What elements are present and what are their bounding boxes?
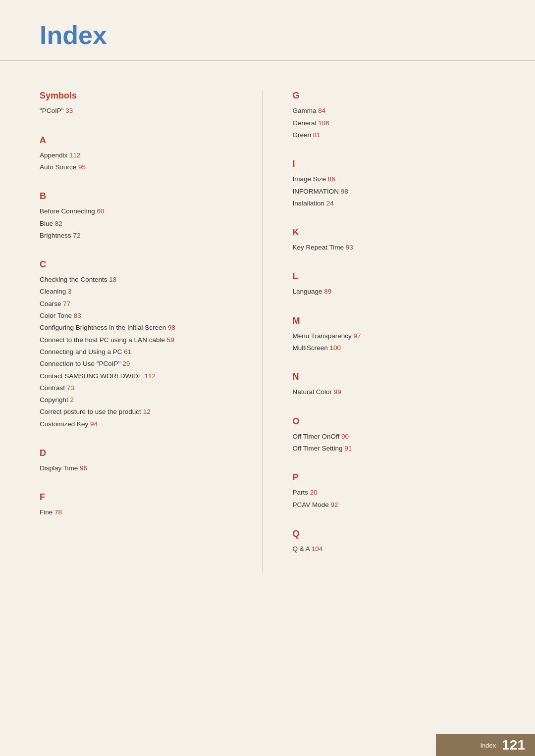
page-num: 24	[326, 200, 334, 207]
footer-bar: Index 121	[436, 734, 535, 756]
index-item: Key Repeat Time 93	[293, 242, 496, 253]
index-section: LLanguage 89	[293, 271, 496, 298]
index-item: Natural Color 99	[293, 386, 496, 398]
page-num: 91	[344, 445, 352, 452]
page-num: 94	[90, 420, 98, 428]
section-letter: C	[40, 259, 243, 270]
index-item: Before Connecting 60	[40, 205, 243, 217]
header-section: Index	[0, 0, 535, 61]
index-item: Gamma 84	[293, 105, 496, 117]
index-section: Symbols"PCoIP" 33	[40, 91, 243, 117]
left-column: Symbols"PCoIP" 33AAppendix 112Auto Sourc…	[40, 91, 263, 573]
section-letter: D	[40, 448, 243, 458]
index-item: Appendix 112	[40, 150, 243, 161]
index-item: Blue 82	[40, 218, 243, 230]
index-item: Image Size 86	[293, 173, 496, 185]
right-column: GGamma 84General 106Green 81IImage Size …	[283, 91, 496, 573]
index-item: Q & A 104	[293, 543, 496, 555]
section-letter: N	[293, 372, 496, 382]
section-letter: F	[40, 492, 243, 503]
index-item: Contrast 73	[40, 382, 243, 394]
index-section: MMenu Transparency 97MultiScreen 100	[293, 316, 496, 354]
page-num: 99	[334, 388, 341, 396]
page-num: 92	[331, 501, 338, 508]
index-item: Copyright 2	[40, 394, 243, 406]
index-item: Parts 20	[293, 487, 496, 499]
index-section: KKey Repeat Time 93	[293, 227, 496, 253]
section-letter: G	[293, 91, 496, 101]
index-item: Connect to the host PC using a LAN cable…	[40, 334, 243, 346]
index-section: IImage Size 86INFORMATION 98Installation…	[293, 159, 496, 209]
page-num: 61	[124, 348, 131, 355]
index-item: INFORMATION 98	[293, 186, 496, 198]
page-num: 60	[97, 207, 105, 215]
index-item: PCAV Mode 92	[293, 499, 496, 511]
index-section: DDisplay Time 96	[40, 448, 243, 474]
index-item: Language 89	[293, 286, 496, 298]
index-item: Display Time 96	[40, 462, 243, 474]
index-section: PParts 20PCAV Mode 92	[293, 472, 496, 511]
section-letter: K	[293, 227, 496, 238]
index-item: Customized Key 94	[40, 418, 243, 430]
section-letter: B	[40, 191, 243, 202]
section-letter: Q	[293, 529, 496, 539]
section-letter: O	[293, 416, 496, 427]
page-num: 98	[341, 188, 348, 195]
index-section: BBefore Connecting 60Blue 82Brightness 7…	[40, 191, 243, 242]
page-num: 59	[167, 336, 174, 344]
page-num: 89	[324, 288, 331, 295]
index-item: Checking the Contents 18	[40, 274, 243, 286]
index-item: Cleaning 3	[40, 286, 243, 298]
content-area: Symbols"PCoIP" 33AAppendix 112Auto Sourc…	[0, 61, 535, 612]
page-num: 20	[310, 489, 318, 496]
index-item: MultiScreen 100	[293, 342, 496, 354]
index-section: GGamma 84General 106Green 81	[293, 91, 496, 141]
index-item: Contact SAMSUNG WORLDWIDE 112	[40, 370, 243, 382]
index-item: Correct posture to use the product 12	[40, 406, 243, 418]
page-num: 77	[63, 300, 70, 307]
index-item: Off Timer OnOff 90	[293, 431, 496, 443]
index-section: FFine 78	[40, 492, 243, 518]
page-num: 97	[354, 332, 361, 340]
page-num: 112	[69, 151, 81, 159]
index-item: Auto Source 95	[40, 161, 243, 173]
page-num: 98	[168, 324, 175, 331]
index-item: Fine 78	[40, 506, 243, 518]
section-letter: P	[293, 472, 496, 483]
page-num: 3	[68, 288, 72, 295]
page-num: 83	[74, 312, 81, 319]
footer-page-number: 121	[502, 737, 525, 753]
page-num: 81	[313, 131, 321, 139]
page-num: 106	[318, 119, 329, 127]
index-item: Coarse 77	[40, 298, 243, 310]
page-num: 29	[122, 360, 130, 367]
section-letter: I	[293, 159, 496, 169]
index-item: Green 81	[293, 129, 496, 141]
index-item: Brightness 72	[40, 230, 243, 242]
page-num: 95	[78, 163, 86, 171]
index-item: Connection to Use "PCoIP" 29	[40, 358, 243, 370]
section-letter: M	[293, 316, 496, 326]
page-num: 93	[346, 244, 353, 251]
index-section: QQ & A 104	[293, 529, 496, 555]
index-item: Off Timer Setting 91	[293, 443, 496, 454]
index-item: "PCoIP" 33	[40, 105, 243, 117]
page-num: 82	[55, 220, 62, 227]
section-letter: A	[40, 135, 243, 146]
page-num: 104	[312, 545, 323, 553]
page-num: 90	[341, 433, 349, 440]
page-num: 73	[67, 384, 74, 392]
section-letter: L	[293, 271, 496, 282]
index-item: Configuring Brightness in the Initial Sc…	[40, 322, 243, 334]
footer-label: Index	[480, 742, 496, 749]
section-letter: Symbols	[40, 91, 243, 101]
index-item: Color Tone 83	[40, 310, 243, 322]
page-num: 86	[328, 175, 335, 183]
index-item: Connecting and Using a PC 61	[40, 346, 243, 358]
page-title: Index	[40, 20, 495, 50]
index-section: NNatural Color 99	[293, 372, 496, 398]
page-num: 112	[145, 372, 156, 380]
index-item: Menu Transparency 97	[293, 330, 496, 342]
index-section: OOff Timer OnOff 90Off Timer Setting 91	[293, 416, 496, 455]
index-item: Installation 24	[293, 198, 496, 209]
